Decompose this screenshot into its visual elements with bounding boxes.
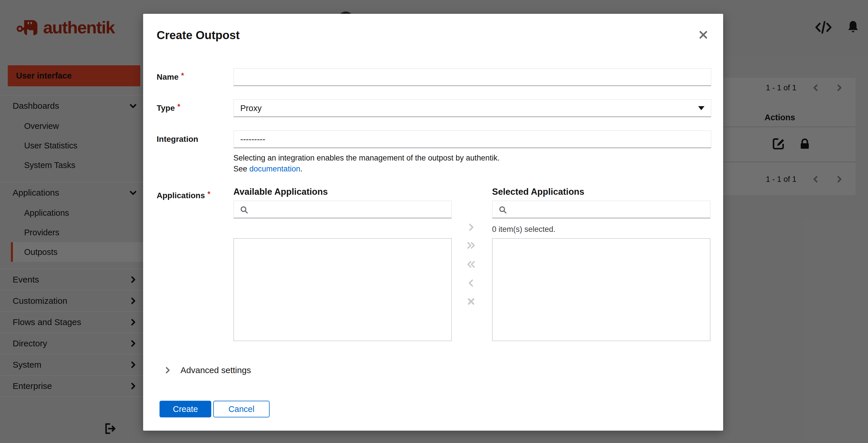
selected-search-input[interactable]	[493, 201, 710, 218]
selected-search-box	[492, 201, 711, 218]
name-input[interactable]	[234, 68, 711, 86]
selected-count-text: 0 item(s) selected.	[492, 223, 556, 236]
help-prefix: See	[234, 165, 249, 173]
selected-applications-list[interactable]	[492, 238, 711, 341]
integration-help-text: Selecting an integration enables the man…	[234, 153, 499, 163]
applications-field-label: Applications*	[157, 188, 228, 203]
advanced-settings-label: Advanced settings	[181, 365, 251, 375]
modal-title: Create Outpost	[157, 29, 240, 41]
caret-down-icon	[698, 106, 705, 110]
type-select-value: Proxy	[240, 104, 261, 113]
label-text: Integration	[157, 135, 198, 144]
help-suffix: .	[300, 165, 303, 173]
remove-all-icon[interactable]	[464, 258, 478, 271]
label-text: Applications	[157, 191, 205, 200]
required-asterisk: *	[177, 102, 180, 111]
close-icon[interactable]	[696, 28, 710, 42]
advanced-settings-toggle[interactable]: Advanced settings	[157, 363, 251, 377]
integration-select-value: ---------	[240, 135, 265, 144]
label-text: Type	[157, 104, 175, 113]
available-applications-list[interactable]	[234, 238, 452, 341]
available-search-input[interactable]	[234, 201, 451, 218]
documentation-link[interactable]: documentation	[249, 165, 300, 173]
add-selected-icon[interactable]	[464, 221, 478, 234]
label-text: Name	[157, 72, 179, 81]
remove-selected-icon[interactable]	[464, 277, 478, 289]
cancel-button[interactable]: Cancel	[213, 401, 270, 417]
create-button[interactable]: Create	[159, 401, 211, 417]
required-asterisk: *	[181, 71, 184, 79]
add-all-icon[interactable]	[464, 239, 478, 252]
chevron-right-icon	[163, 366, 172, 375]
type-select[interactable]: Proxy	[234, 99, 711, 117]
integration-doc-help: See documentation.	[234, 164, 302, 174]
selected-applications-title: Selected Applications	[492, 185, 584, 199]
available-applications-title: Available Applications	[234, 185, 328, 199]
clear-selection-icon[interactable]	[464, 295, 478, 308]
name-field-label: Name*	[157, 68, 228, 86]
create-outpost-modal: Create Outpost Name* Type* Proxy Integra…	[143, 14, 723, 431]
type-field-label: Type*	[157, 99, 228, 117]
required-asterisk: *	[208, 190, 210, 198]
integration-field-label: Integration	[157, 130, 228, 148]
integration-select[interactable]: ---------	[234, 130, 711, 148]
available-search-box	[234, 201, 452, 218]
